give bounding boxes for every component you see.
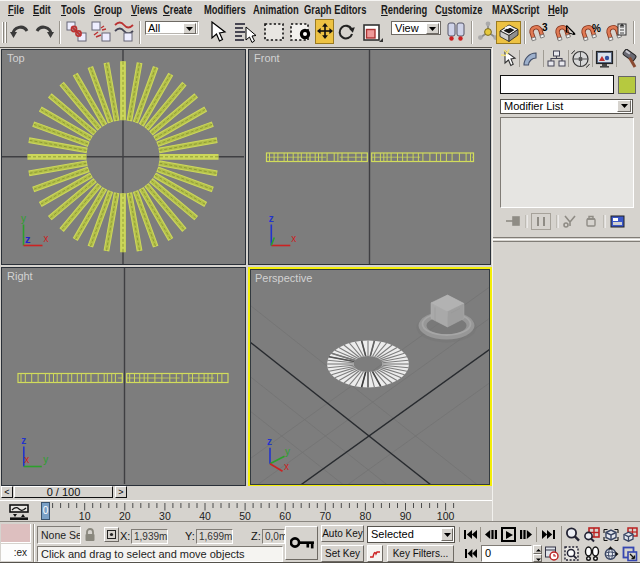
svg-text:y: y (21, 213, 26, 224)
svg-text:z: z (25, 233, 31, 245)
svg-text:y: y (43, 454, 48, 465)
svg-text:z: z (21, 435, 26, 446)
svg-text:x: x (24, 454, 29, 465)
svg-text:%: % (592, 23, 601, 34)
svg-text:x: x (291, 233, 296, 244)
svg-text:3: 3 (542, 22, 548, 33)
svg-text:y: y (285, 446, 290, 457)
svg-text:x: x (284, 461, 289, 472)
svg-text:x: x (44, 233, 49, 244)
svg-text:z: z (269, 213, 274, 224)
svg-text:z: z (267, 436, 272, 447)
